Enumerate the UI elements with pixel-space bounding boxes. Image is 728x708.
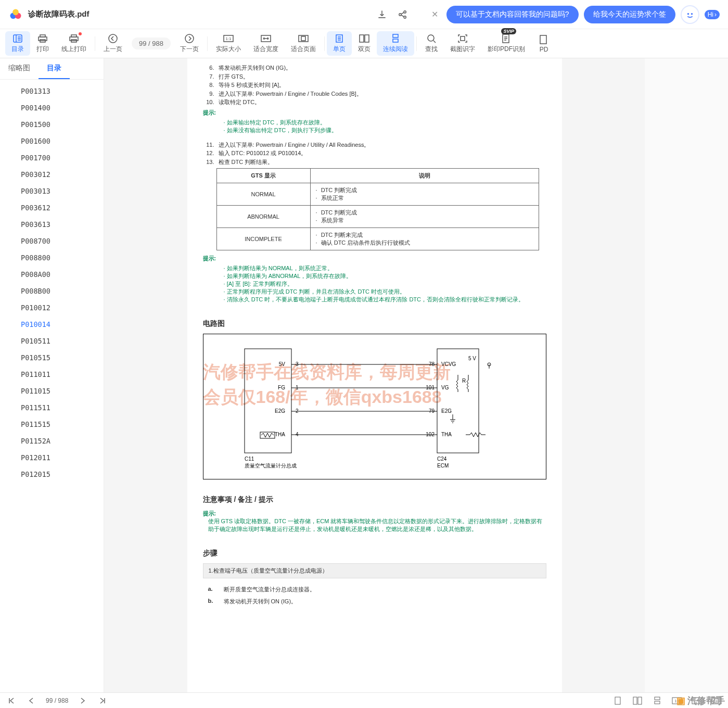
svg-point-17 — [185, 34, 194, 43]
screenshot-ocr-button[interactable]: 截图识字 — [444, 31, 481, 56]
sub-step: b.将发动机开关转到 ON (IG)。 — [203, 596, 546, 608]
pdf-page: 6.将发动机开关转到 ON (IG)。7.打开 GTS。8.等待 5 秒或更长时… — [187, 58, 562, 693]
procedure-step: 6.将发动机开关转到 ON (IG)。 — [203, 64, 546, 72]
toc-item[interactable]: P011015 — [0, 383, 104, 399]
main-toolbar: 目录 打印 线上打印 上一页 99 / 988 下一页 1:1 实际大小 适合宽… — [0, 29, 728, 58]
tab-toc[interactable]: 目录 — [39, 58, 70, 79]
app-logo-icon — [8, 7, 23, 22]
page-indicator[interactable]: 99 / 988 — [132, 37, 171, 49]
next-page-button[interactable]: 下一页 — [174, 31, 205, 56]
section-notes-title: 注意事项 / 备注 / 提示 — [203, 495, 546, 504]
ai-suggestion-1[interactable]: 可以基于文档内容回答我的问题吗? — [446, 6, 579, 23]
toc-item[interactable]: P011511 — [0, 399, 104, 416]
toc-item[interactable]: P001400 — [0, 99, 104, 116]
notes-hint: 提示: 使用 GTS 读取定格数据。DTC 一被存储，ECM 就将车辆和驾驶条件… — [203, 510, 546, 533]
right-panel — [645, 58, 728, 693]
prev-page-button[interactable]: 上一页 — [97, 31, 129, 56]
find-button[interactable]: 查找 — [419, 31, 444, 56]
toc-item[interactable]: P010511 — [0, 333, 104, 349]
toc-item[interactable]: P010012 — [0, 299, 104, 316]
toc-item[interactable]: P011011 — [0, 366, 104, 383]
ai-suggestion-bar: ✕ 可以基于文档内容回答我的问题吗? 给我今天的运势求个签 Hi› — [429, 5, 720, 24]
download-icon[interactable] — [375, 7, 389, 22]
gts-table: GTS 显示说明 NORMALDTC 判断完成系统正常ABNORMALDTC 判… — [216, 168, 539, 250]
svg-text:质量空气流量计分总成: 质量空气流量计分总成 — [245, 463, 297, 469]
procedure-step: 10.读取特定 DTC。 — [203, 98, 546, 107]
svg-text:R: R — [462, 378, 466, 384]
svg-text:5 V: 5 V — [468, 356, 476, 361]
fit-width-button[interactable]: 适合宽度 — [247, 31, 285, 56]
toc-item[interactable]: P008B00 — [0, 283, 104, 299]
svg-text:FG: FG — [278, 385, 285, 390]
procedure-step: 13.检查 DTC 判断结果。 — [203, 158, 546, 167]
toc-item[interactable]: P003013 — [0, 183, 104, 199]
svg-point-16 — [109, 34, 117, 43]
tab-thumbnails[interactable]: 缩略图 — [0, 58, 39, 79]
toc-item[interactable]: P001700 — [0, 149, 104, 166]
svg-rect-25 — [365, 35, 369, 42]
circuit-diagram: 5V378VCVG5 VFG1101VGRE2G279E2GTHA4102THA… — [203, 334, 546, 479]
svg-point-6 — [683, 8, 697, 21]
procedure-step: 7.打开 GTS。 — [203, 72, 546, 81]
svg-rect-24 — [360, 35, 364, 42]
toc-list[interactable]: P001313P001400P001500P001600P001700P0030… — [0, 80, 104, 693]
sidebar: 缩略图 目录 P001313P001400P001500P001600P0017… — [0, 58, 104, 693]
double-page-button[interactable]: 双页 — [352, 31, 377, 56]
section-steps-title: 步骤 — [203, 549, 546, 558]
document-viewport[interactable]: 6.将发动机开关转到 ON (IG)。7.打开 GTS。8.等待 5 秒或更长时… — [104, 58, 645, 693]
web-print-button[interactable]: 线上打印 — [55, 31, 93, 56]
hint-label: 提示: — [203, 109, 546, 117]
toc-item[interactable]: P008700 — [0, 233, 104, 249]
toc-item[interactable]: P010515 — [0, 349, 104, 366]
toc-item[interactable]: P008800 — [0, 249, 104, 266]
svg-point-28 — [428, 35, 434, 41]
toc-item[interactable]: P001600 — [0, 133, 104, 149]
toc-item[interactable]: P003012 — [0, 166, 104, 183]
toc-item[interactable]: P008A00 — [0, 266, 104, 283]
toc-item[interactable]: P010014 — [0, 316, 104, 333]
toc-item[interactable]: P001313 — [0, 83, 104, 99]
svg-text:78: 78 — [428, 361, 435, 367]
document-title: 诊断故障码表.pdf — [28, 9, 90, 19]
toc-item[interactable]: P003612 — [0, 199, 104, 216]
svg-text:E2G: E2G — [274, 408, 285, 414]
hi-badge[interactable]: Hi› — [705, 10, 720, 19]
ai-avatar-icon[interactable] — [681, 5, 699, 24]
svg-point-2 — [12, 9, 19, 15]
toc-item[interactable]: P011515 — [0, 416, 104, 433]
ai-suggestion-2[interactable]: 给我今天的运势求个签 — [584, 6, 675, 23]
hint-label-2: 提示: — [203, 255, 546, 262]
procedure-step: 8.等待 5 秒或更长时间 [A]。 — [203, 81, 546, 90]
continuous-button[interactable]: 连续阅读 — [377, 31, 414, 56]
single-page-button[interactable]: 单页 — [327, 31, 352, 56]
toc-item[interactable]: P001500 — [0, 116, 104, 133]
svg-point-8 — [691, 13, 693, 15]
toc-item[interactable]: P01152A — [0, 433, 104, 449]
close-icon[interactable]: ✕ — [429, 8, 441, 21]
actual-size-button[interactable]: 1:1 实际大小 — [210, 31, 247, 56]
print-button[interactable]: 打印 — [30, 31, 55, 56]
sub-step: a.断开质量空气流量计分总成连接器。 — [203, 584, 546, 596]
fit-page-button[interactable]: 适合页面 — [285, 31, 322, 56]
svg-text:C11: C11 — [245, 456, 254, 462]
main-area: 缩略图 目录 P001313P001400P001500P001600P0017… — [0, 58, 728, 693]
svg-rect-29 — [461, 36, 465, 41]
pdf-ocr-button[interactable]: SVIP 影印PDF识别 — [481, 31, 531, 56]
svg-text:THA: THA — [275, 432, 285, 437]
share-icon[interactable] — [395, 7, 410, 22]
svg-rect-22 — [301, 36, 305, 41]
procedure-step: 11.进入以下菜单: Powertrain / Engine / Utility… — [203, 141, 546, 149]
section-circuit-title: 电路图 — [203, 319, 546, 328]
step-1-title: 1.检查端子电压（质量空气流量计分总成电源） — [203, 563, 546, 578]
svg-text:ECM: ECM — [437, 463, 449, 469]
pdf-more-button[interactable]: PD — [531, 32, 556, 55]
svg-text:1:1: 1:1 — [225, 36, 232, 41]
svg-text:VCVG: VCVG — [441, 361, 456, 367]
toc-button[interactable]: 目录 — [5, 31, 30, 56]
toc-item[interactable]: P012011 — [0, 449, 104, 466]
svg-rect-26 — [393, 34, 398, 37]
toc-item[interactable]: P003613 — [0, 216, 104, 233]
procedure-step: 9.进入以下菜单: Powertrain / Engine / Trouble … — [203, 90, 546, 98]
toc-item[interactable]: P012015 — [0, 466, 104, 483]
svg-text:101: 101 — [426, 385, 435, 390]
